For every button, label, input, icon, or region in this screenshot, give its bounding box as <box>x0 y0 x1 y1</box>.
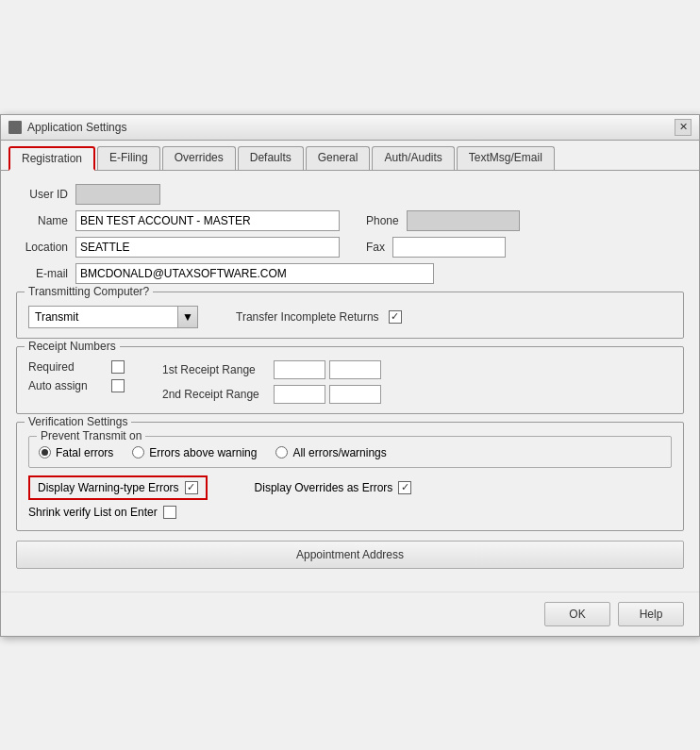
email-label: E-mail <box>16 267 68 280</box>
transmit-row: Transmit Do Not Transmit ▼ Transfer Inco… <box>28 306 672 328</box>
shrink-verify-label: Shrink verify List on Enter <box>28 506 158 519</box>
radio-all-errors-circle <box>275 446 288 458</box>
display-overrides-label: Display Overrides as Errors <box>255 481 393 494</box>
radio-row: Fatal errors Errors above warning All er… <box>39 446 661 459</box>
radio-all-errors[interactable]: All errors/warnings <box>275 446 386 459</box>
name-input[interactable] <box>75 210 340 231</box>
radio-fatal-errors-circle <box>39 446 51 458</box>
required-label: Required <box>28 360 104 374</box>
close-button[interactable]: ✕ <box>675 119 692 136</box>
display-overrides-checkbox[interactable] <box>398 481 411 494</box>
display-warning-checkbox[interactable] <box>185 481 198 494</box>
radio-all-errors-label: All errors/warnings <box>292 446 386 459</box>
required-checkbox[interactable] <box>111 360 125 374</box>
email-row: E-mail <box>16 263 684 284</box>
display-overrides-item: Display Overrides as Errors <box>255 481 412 494</box>
location-input[interactable] <box>75 237 340 258</box>
fax-input[interactable] <box>392 237 506 258</box>
radio-fatal-errors[interactable]: Fatal errors <box>39 446 113 459</box>
tab-registration[interactable]: Registration <box>8 146 95 171</box>
transmitting-group: Transmitting Computer? Transmit Do Not T… <box>16 292 684 339</box>
phone-input[interactable] <box>407 210 520 231</box>
prevent-transmit-group: Prevent Transmit on Fatal errors Errors … <box>28 436 672 468</box>
tab-defaults[interactable]: Defaults <box>238 146 304 170</box>
auto-assign-row: Auto assign <box>28 379 125 392</box>
application-settings-window: Application Settings ✕ Registration E-Fi… <box>0 114 700 637</box>
warning-row: Display Warning-type Errors Display Over… <box>28 475 672 500</box>
phone-label: Phone <box>366 214 399 227</box>
bottom-bar: OK Help <box>1 592 699 636</box>
receipt-numbers-title: Receipt Numbers <box>25 340 120 353</box>
tab-textmsg-email[interactable]: TextMsg/Email <box>457 146 555 170</box>
radio-above-warning-circle <box>132 446 144 458</box>
title-bar-left: Application Settings <box>8 121 126 134</box>
tab-overrides[interactable]: Overrides <box>162 146 236 170</box>
transmitting-group-title: Transmitting Computer? <box>25 285 153 298</box>
display-warning-highlighted: Display Warning-type Errors <box>28 475 208 500</box>
app-icon <box>8 121 22 134</box>
radio-above-warning-label: Errors above warning <box>149 446 257 459</box>
content-area: User ID Name Phone Location Fax E-mail T… <box>1 170 699 592</box>
verification-group: Verification Settings Prevent Transmit o… <box>16 422 684 531</box>
name-label: Name <box>16 214 68 227</box>
auto-assign-label: Auto assign <box>28 379 104 392</box>
userid-row: User ID <box>16 184 684 205</box>
receipt-numbers-group: Receipt Numbers Required Auto assign 1st… <box>16 346 684 414</box>
first-receipt-label: 1st Receipt Range <box>162 363 266 376</box>
radio-fatal-errors-label: Fatal errors <box>56 446 113 459</box>
email-input[interactable] <box>75 263 434 284</box>
second-receipt-inputs <box>274 385 381 404</box>
tab-general[interactable]: General <box>306 146 371 170</box>
transmit-select-wrapper: Transmit Do Not Transmit ▼ <box>28 306 198 328</box>
userid-input[interactable] <box>75 184 160 205</box>
second-receipt-to[interactable] <box>329 385 381 404</box>
auto-assign-checkbox[interactable] <box>111 379 125 392</box>
appointment-address-button[interactable]: Appointment Address <box>16 541 684 569</box>
shrink-row: Shrink verify List on Enter <box>28 506 672 519</box>
help-button[interactable]: Help <box>618 602 684 626</box>
ok-button[interactable]: OK <box>544 602 610 626</box>
first-receipt-row: 1st Receipt Range <box>162 360 381 379</box>
radio-above-warning[interactable]: Errors above warning <box>132 446 257 459</box>
transfer-incomplete-checkbox[interactable] <box>389 310 402 324</box>
first-receipt-from[interactable] <box>274 360 325 379</box>
tab-efiling[interactable]: E-Filing <box>97 146 160 170</box>
verification-title: Verification Settings <box>25 415 131 428</box>
display-warning-label: Display Warning-type Errors <box>38 481 179 494</box>
userid-label: User ID <box>16 188 68 201</box>
window-title: Application Settings <box>27 121 126 134</box>
location-row: Location Fax <box>16 237 684 258</box>
fax-label: Fax <box>366 241 385 254</box>
second-receipt-from[interactable] <box>274 385 325 404</box>
title-bar: Application Settings ✕ <box>1 115 699 141</box>
second-receipt-row: 2nd Receipt Range <box>162 385 381 404</box>
location-label: Location <box>16 241 68 254</box>
shrink-verify-checkbox[interactable] <box>163 506 176 519</box>
second-receipt-label: 2nd Receipt Range <box>162 388 266 401</box>
first-receipt-to[interactable] <box>329 360 381 379</box>
transmit-select[interactable]: Transmit Do Not Transmit <box>28 306 198 328</box>
tab-bar: Registration E-Filing Overrides Defaults… <box>1 141 699 170</box>
tab-auth-audits[interactable]: Auth/Audits <box>372 146 454 170</box>
first-receipt-inputs <box>274 360 381 379</box>
name-row: Name Phone <box>16 210 684 231</box>
prevent-transmit-title: Prevent Transmit on <box>37 429 145 442</box>
required-row: Required <box>28 360 125 374</box>
transfer-incomplete-label: Transfer Incomplete Returns <box>236 310 379 324</box>
